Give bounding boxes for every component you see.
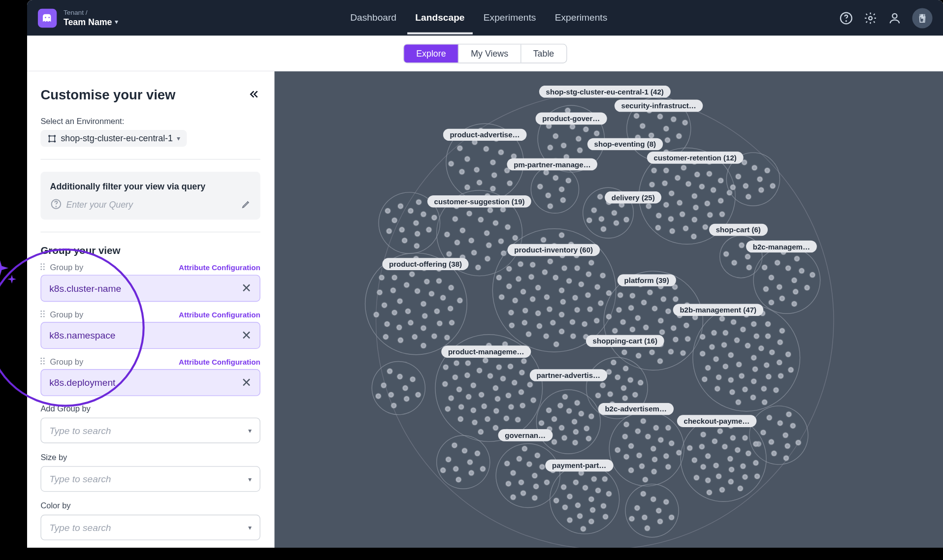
node-dot[interactable] xyxy=(559,312,564,317)
node-dot[interactable] xyxy=(595,284,600,289)
node-dot[interactable] xyxy=(645,526,650,531)
node-dot[interactable] xyxy=(373,311,379,317)
node-dot[interactable] xyxy=(791,278,797,283)
node-dot[interactable] xyxy=(762,400,767,405)
node-dot[interactable] xyxy=(665,309,671,314)
cluster-label[interactable]: platform (39) xyxy=(618,274,676,286)
node-dot[interactable] xyxy=(718,178,724,183)
node-dot[interactable] xyxy=(623,217,629,222)
node-dot[interactable] xyxy=(504,416,509,421)
node-dot[interactable] xyxy=(383,334,389,339)
node-dot[interactable] xyxy=(751,355,756,360)
node-dot[interactable] xyxy=(630,327,635,332)
node-dot[interactable] xyxy=(474,167,479,173)
node-dot[interactable] xyxy=(691,193,697,199)
node-dot[interactable] xyxy=(771,450,777,456)
remove-icon[interactable]: ✕ xyxy=(241,282,252,295)
node-dot[interactable] xyxy=(421,211,426,217)
node-dot[interactable] xyxy=(548,145,553,150)
node-dot[interactable] xyxy=(475,450,480,456)
cluster-group[interactable] xyxy=(436,435,490,489)
cluster-label[interactable]: product-offering (38) xyxy=(382,258,468,270)
node-dot[interactable] xyxy=(449,395,454,401)
node-dot[interactable] xyxy=(780,296,785,301)
node-dot[interactable] xyxy=(793,289,798,294)
node-dot[interactable] xyxy=(621,349,627,355)
node-dot[interactable] xyxy=(471,407,476,413)
nav-landscape[interactable]: Landscape xyxy=(407,1,473,34)
cluster-group[interactable] xyxy=(550,464,619,534)
size-by-input[interactable]: Type to search ▾ xyxy=(40,466,260,492)
node-dot[interactable] xyxy=(452,374,457,380)
node-dot[interactable] xyxy=(742,387,748,392)
node-dot[interactable] xyxy=(384,321,390,327)
cluster-group[interactable] xyxy=(372,361,426,415)
node-dot[interactable] xyxy=(546,407,552,413)
node-dot[interactable] xyxy=(475,265,481,270)
node-dot[interactable] xyxy=(552,439,557,444)
node-dot[interactable] xyxy=(630,293,635,298)
node-dot[interactable] xyxy=(628,305,634,311)
node-dot[interactable] xyxy=(398,203,403,209)
node-dot[interactable] xyxy=(397,298,402,304)
cluster-group[interactable] xyxy=(625,484,679,538)
node-dot[interactable] xyxy=(586,436,591,441)
node-dot[interactable] xyxy=(729,390,735,395)
node-dot[interactable] xyxy=(754,473,760,479)
node-dot[interactable] xyxy=(736,362,742,367)
cluster-label[interactable]: product-advertise… xyxy=(443,128,527,141)
node-dot[interactable] xyxy=(520,490,526,496)
node-dot[interactable] xyxy=(620,319,626,325)
node-dot[interactable] xyxy=(478,217,483,222)
node-dot[interactable] xyxy=(578,282,584,287)
node-dot[interactable] xyxy=(535,453,540,458)
node-dot[interactable] xyxy=(701,432,706,437)
node-dot[interactable] xyxy=(684,322,689,328)
node-dot[interactable] xyxy=(544,295,550,300)
node-dot[interactable] xyxy=(740,463,746,468)
node-dot[interactable] xyxy=(486,243,491,248)
node-dot[interactable] xyxy=(677,200,683,206)
node-dot[interactable] xyxy=(768,300,774,306)
node-dot[interactable] xyxy=(791,301,797,307)
node-dot[interactable] xyxy=(728,377,733,383)
node-dot[interactable] xyxy=(709,344,715,349)
node-dot[interactable] xyxy=(705,201,710,206)
node-dot[interactable] xyxy=(718,198,723,203)
node-dot[interactable] xyxy=(632,392,638,397)
node-dot[interactable] xyxy=(601,503,606,509)
node-dot[interactable] xyxy=(597,194,603,200)
node-dot[interactable] xyxy=(572,295,578,301)
node-dot[interactable] xyxy=(449,285,454,290)
cluster-label[interactable]: product-manageme… xyxy=(441,345,531,358)
node-dot[interactable] xyxy=(745,254,750,259)
tenant-switcher[interactable]: Tenant / Team Name ▾ xyxy=(64,8,118,27)
node-dot[interactable] xyxy=(680,350,685,356)
node-dot[interactable] xyxy=(663,202,669,208)
node-dot[interactable] xyxy=(452,442,457,448)
node-dot[interactable] xyxy=(562,394,568,399)
node-dot[interactable] xyxy=(673,296,678,302)
node-dot[interactable] xyxy=(669,190,674,196)
node-dot[interactable] xyxy=(449,161,454,166)
node-dot[interactable] xyxy=(734,337,740,342)
cluster-label[interactable]: partner-advertis… xyxy=(530,369,607,381)
node-dot[interactable] xyxy=(752,366,758,372)
node-dot[interactable] xyxy=(390,288,395,293)
node-dot[interactable] xyxy=(751,165,757,170)
node-dot[interactable] xyxy=(665,137,670,143)
node-dot[interactable] xyxy=(469,238,474,243)
node-dot[interactable] xyxy=(647,290,652,295)
node-dot[interactable] xyxy=(415,288,420,294)
cluster-label[interactable]: customer-suggestion (19) xyxy=(427,195,531,208)
node-dot[interactable] xyxy=(466,394,471,399)
landscape-canvas[interactable]: shop-stg-cluster-eu-central-1 (42)securi… xyxy=(274,71,943,548)
node-dot[interactable] xyxy=(707,213,713,218)
node-dot[interactable] xyxy=(728,479,733,484)
cluster-label[interactable]: b2b-management (47) xyxy=(673,304,763,316)
help-icon[interactable] xyxy=(840,11,853,25)
node-dot[interactable] xyxy=(542,269,548,275)
node-dot[interactable] xyxy=(472,420,477,425)
node-dot[interactable] xyxy=(600,273,605,278)
cluster-group[interactable] xyxy=(753,247,820,314)
